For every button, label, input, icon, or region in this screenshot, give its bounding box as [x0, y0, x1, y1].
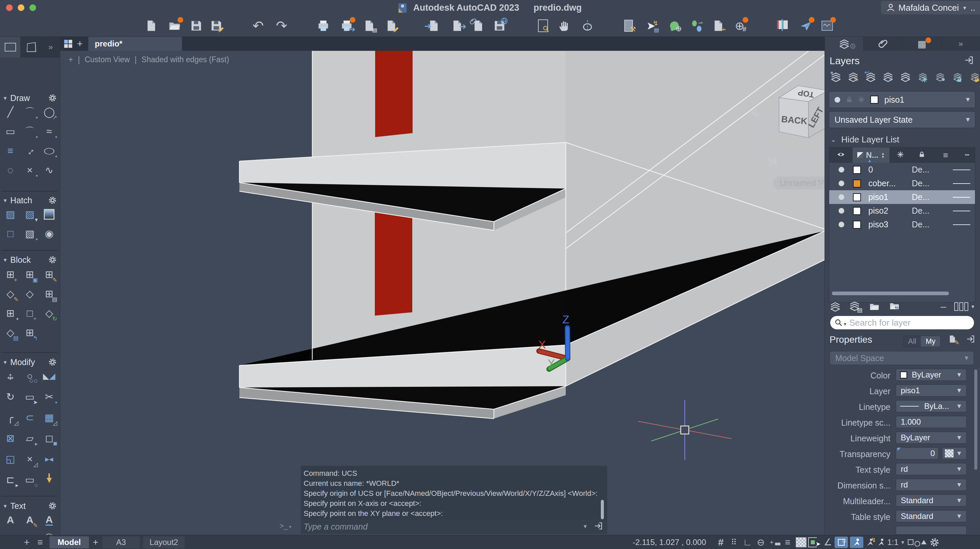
prop-linetype-scale-input[interactable]: 1.000	[896, 416, 967, 428]
copy-tool[interactable]: ○○○	[21, 366, 39, 386]
columns-button[interactable]: ▼	[954, 302, 975, 311]
prop-table-style-dropdown[interactable]: Standard ▼	[896, 510, 967, 522]
gear-icon[interactable]	[48, 501, 57, 510]
write-block-tool[interactable]: ⊞▪	[1, 304, 20, 323]
tab-layers[interactable]: ⓘ	[825, 37, 864, 51]
filter-my-button[interactable]: My	[921, 336, 940, 347]
chevron-down-icon[interactable]: ▼	[582, 524, 588, 530]
filter-all-button[interactable]: All	[904, 336, 921, 347]
wipeout-tool[interactable]: ▧▪	[21, 224, 39, 243]
layer-search-input[interactable]	[849, 317, 974, 328]
open-button[interactable]	[167, 18, 182, 33]
edit-attribute-tool[interactable]: ◇✎	[1, 284, 20, 304]
tool-sets-button[interactable]: ⚒	[621, 18, 636, 33]
3d-move-tool[interactable]: ◻■	[40, 429, 59, 448]
prop-color-dropdown[interactable]: ByLayer ▼	[896, 369, 967, 381]
arc-tool[interactable]: ⌒▪	[21, 122, 39, 141]
gear-icon[interactable]	[48, 255, 57, 264]
tab-a3[interactable]: A3	[102, 536, 140, 548]
slice-tool[interactable]: ▱▸	[21, 429, 39, 448]
layer-color-swatch[interactable]	[853, 193, 861, 201]
undo-button[interactable]: ↶	[251, 18, 266, 33]
lengthen-tool[interactable]: ⊏▸	[1, 470, 20, 490]
drawing-compare-button[interactable]	[775, 18, 790, 33]
section-header-block[interactable]: ▼ Block	[0, 255, 60, 265]
circle-tool[interactable]: ◯↗	[40, 102, 59, 122]
new-drawing-button[interactable]	[144, 18, 159, 33]
current-layer-dropdown[interactable]: piso1 ▼	[829, 91, 975, 108]
model-viewport[interactable]: X Y Z N W E TOP BACK LEFT Unnamed	[60, 51, 824, 535]
ortho-mode-toggle[interactable]: ∟	[741, 536, 754, 548]
layer-settings-icon[interactable]: ▤	[849, 300, 860, 313]
section-header-text[interactable]: ▼ Text	[0, 501, 60, 511]
lineweight-display-toggle[interactable]: ≡	[781, 536, 794, 548]
layer-row[interactable]: piso3 De...	[829, 218, 975, 231]
properties-edit-icon[interactable]: ✎	[948, 334, 956, 345]
layer-color-swatch[interactable]	[853, 221, 861, 229]
slider-handle[interactable]: ◤	[897, 446, 901, 451]
purge-button[interactable]: ⌁	[711, 18, 725, 33]
stretch-tool[interactable]: ▭➤	[21, 387, 39, 407]
panel-popout-icon[interactable]	[966, 334, 975, 344]
name-column-header[interactable]: N... ▲▼ ▲	[853, 148, 889, 163]
page-setup-button[interactable]: ▤	[362, 18, 377, 33]
unlock-layer-button[interactable]	[969, 70, 980, 84]
move-tool[interactable]: ↔↕	[1, 366, 20, 386]
fillet-tool[interactable]: ╭◿	[1, 408, 20, 427]
text-underline-tool[interactable]: A	[40, 510, 59, 530]
break-tool[interactable]: ×◿	[21, 449, 39, 469]
command-prompt-toggle[interactable]: >_ ▾	[280, 522, 291, 530]
tab-overview-icon[interactable]	[64, 40, 72, 48]
save-to-web-button[interactable]	[492, 18, 507, 33]
lock-layer-button[interactable]	[951, 70, 964, 84]
offset-tool[interactable]: ⊂	[21, 408, 39, 427]
prop-linetype-dropdown[interactable]: ByLa... ▼	[896, 400, 967, 412]
tab-modeling[interactable]	[21, 37, 41, 57]
prop-multileader-style-dropdown[interactable]: Standard ▼	[896, 495, 967, 506]
space-selector[interactable]: Model Space ▼	[830, 351, 974, 365]
share-button[interactable]	[799, 18, 813, 33]
layer-color-swatch[interactable]	[853, 180, 861, 188]
auto-annotation-scale-toggle[interactable]: ↯	[863, 536, 877, 548]
layer-unisolate-button[interactable]: ↗	[899, 70, 912, 84]
tab-drafting[interactable]	[0, 37, 21, 57]
polar-tracking-toggle[interactable]: ⊘	[752, 533, 770, 549]
sync-attributes-tool[interactable]: ◇↻	[40, 304, 59, 323]
prop-dimension-style-dropdown[interactable]: rd ▼	[896, 479, 967, 491]
rectangle-tool[interactable]: ▭	[1, 122, 20, 141]
merge-layers-icon[interactable]	[830, 301, 841, 312]
freehand-sketch-tool[interactable]: ∿	[40, 161, 59, 180]
quick-select-button[interactable]: ➤↯▤	[644, 18, 659, 33]
dynamic-input-toggle[interactable]: ▢	[835, 536, 848, 548]
count-button[interactable]: ⊕#	[732, 18, 747, 33]
gradient-tool[interactable]	[40, 205, 59, 224]
new-layer-group-icon[interactable]: ↯	[888, 301, 900, 313]
workspace-switching-button[interactable]	[908, 536, 926, 548]
new-layout-button[interactable]: +	[89, 536, 102, 548]
spline-tool[interactable]: ≈▪	[40, 122, 59, 141]
orbit-tool[interactable]	[580, 18, 595, 33]
layer-on-icon[interactable]	[838, 208, 844, 214]
geolocation-button[interactable]: ⊕	[667, 18, 682, 33]
tab-layout2[interactable]: Layout2	[143, 536, 185, 548]
layer-row[interactable]: 0 De...	[829, 163, 975, 177]
section-header-hatch[interactable]: ▼ Hatch	[0, 195, 60, 205]
edit-block-tool[interactable]: ⊞✎	[40, 265, 59, 284]
batch-plot-button[interactable]: ➔	[339, 18, 354, 33]
text-style-tool[interactable]: A✎	[21, 510, 39, 530]
prop-text-style-dropdown[interactable]: rd ▼	[896, 463, 967, 475]
polyline-tool[interactable]: ⌒▪	[21, 102, 39, 122]
sequence-button[interactable]: ⇀	[689, 18, 704, 33]
layer-on-icon[interactable]	[838, 167, 844, 172]
create-block-tool[interactable]: ⊞▣	[21, 265, 39, 284]
mask-tool[interactable]: ◉	[40, 224, 59, 243]
lineweight-column-header[interactable]: ≡	[932, 150, 959, 161]
explode-tool[interactable]: ⊠	[1, 429, 20, 448]
annotation-visibility-toggle[interactable]	[850, 536, 863, 548]
layer-row[interactable]: piso2 De...	[829, 204, 975, 218]
gear-icon[interactable]	[48, 94, 57, 102]
join-tool[interactable]: ▸◂	[40, 449, 59, 469]
tab-references[interactable]	[864, 37, 902, 51]
gear-icon[interactable]	[48, 196, 57, 205]
layer-on-icon[interactable]	[838, 222, 844, 228]
